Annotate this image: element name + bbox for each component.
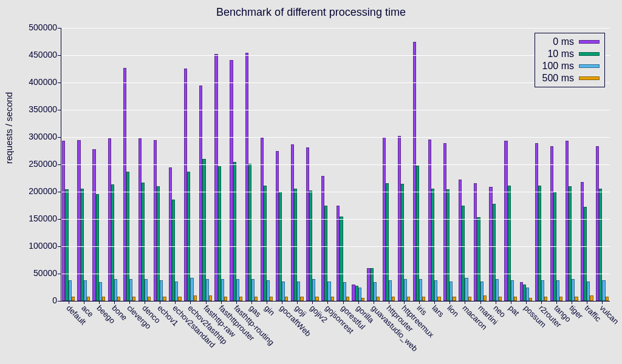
bar [392,297,395,301]
bar [239,297,242,301]
bar [194,295,197,301]
xtick-mark [358,301,359,304]
bar [484,295,487,301]
legend-item-0ms: 0 ms [540,36,600,48]
xtick-mark [190,301,191,304]
xtick-mark [267,301,267,304]
bar [422,297,425,301]
ytick-label: 50000 [9,268,57,278]
bar [544,297,547,301]
bar [453,297,456,301]
xtick-mark [145,301,145,304]
gridline [61,110,610,110]
xtick-mark [434,301,435,304]
legend-swatch [579,40,600,44]
bar [117,297,120,301]
legend-item-500ms: 500 ms [540,72,600,84]
plot-area [61,28,610,301]
bar [132,297,135,301]
bar [285,297,288,301]
bar [606,297,609,301]
bar [407,297,410,301]
ytick-label: 200000 [9,186,57,196]
bar [346,297,349,301]
bar [575,297,578,301]
gridline [61,55,610,56]
legend-label: 100 ms [540,60,574,72]
xtick-mark [572,301,572,304]
xtick-mark [175,301,176,304]
xtick-mark [129,301,130,304]
ytick-label: 400000 [9,77,57,87]
legend-swatch [579,76,600,80]
bar [163,297,166,301]
xtick-mark [99,301,100,304]
bar [300,297,303,301]
xtick-mark [327,301,328,304]
xtick-mark [69,301,69,304]
bar [178,297,181,301]
xtick-mark [419,301,420,304]
y-axis-label: requests / second [4,92,14,164]
gridline [61,83,610,83]
legend-item-10ms: 10 ms [540,48,600,60]
xtick-mark [84,301,84,304]
gridline [61,137,610,138]
bar [331,297,334,301]
bar [224,297,227,301]
xtick-mark [312,301,313,304]
xtick-mark [556,301,557,304]
xtick-mark [114,301,115,304]
xtick-mark [160,301,160,304]
xtick-mark [236,301,237,304]
ytick-label: 300000 [9,132,57,141]
xtick-mark [465,301,465,304]
chart-title: Benchmark of different processing time [0,6,622,19]
bar [468,297,471,301]
legend-label: 10 ms [540,48,574,60]
bar [377,297,380,301]
xtick-mark [587,301,587,304]
y-axis-line [61,28,61,301]
bar [102,297,105,301]
ytick-label: 0 [9,295,57,305]
bar [87,297,90,301]
xtick-mark [374,301,374,304]
bar [514,297,517,301]
bar [148,297,151,301]
bar [437,297,440,301]
xtick-mark [496,301,496,304]
legend-label: 500 ms [540,72,574,84]
ytick-label: 500000 [9,22,57,32]
bar [315,297,318,301]
xtick-mark [206,301,207,304]
legend-item-100ms: 100 ms [540,60,600,72]
xtick-mark [480,301,481,304]
ytick-label: 350000 [9,104,57,114]
legend-swatch [579,52,600,56]
gridline [61,192,610,192]
xtick-mark [404,301,405,304]
ytick-label: 150000 [9,214,57,223]
gridline [61,219,610,220]
gridline [61,274,610,274]
xtick-mark [602,301,603,304]
xtick-mark [221,301,222,304]
xtick-mark [541,301,542,304]
legend-swatch [579,64,600,68]
gridline [61,164,610,165]
bar [72,297,75,301]
x-axis-line [61,301,610,302]
xtick-mark [449,301,450,304]
ytick-label: 250000 [9,159,57,169]
gridline [61,246,610,247]
ytick-label: 450000 [9,50,57,59]
xtick-mark [343,301,344,304]
bar [255,297,258,301]
xtick-mark [297,301,298,304]
ytick-label: 100000 [9,241,57,251]
bar [590,295,593,301]
xtick-mark [389,301,389,304]
xtick-mark [251,301,252,304]
xtick-mark [511,301,511,304]
